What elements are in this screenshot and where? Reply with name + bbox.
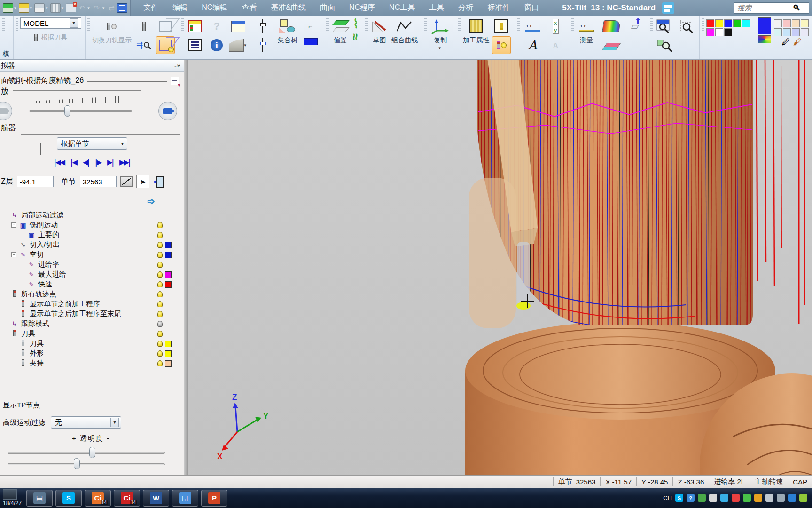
network-tray[interactable] xyxy=(765,494,773,502)
tool-block-icon[interactable] xyxy=(494,19,508,33)
search-box[interactable]: 🔍︎ xyxy=(734,2,809,14)
machine-view-icon[interactable] xyxy=(229,39,244,52)
color-swatch[interactable] xyxy=(165,252,172,258)
tree-row[interactable]: ↳ 跟踪模式 xyxy=(0,319,184,329)
solid-verification-button[interactable] xyxy=(156,36,175,54)
sketch-icon[interactable] xyxy=(371,20,387,33)
panel-splitter[interactable] xyxy=(184,60,188,475)
chart-tray[interactable] xyxy=(743,494,751,502)
menu-item[interactable]: 曲面 xyxy=(314,1,341,15)
report-table-icon[interactable] xyxy=(188,20,202,32)
tree-item-label[interactable]: 最大进给 xyxy=(38,270,66,279)
chevron-down-icon[interactable]: ▾ xyxy=(46,6,48,10)
step-mode-select[interactable]: 根据单节 ▼ xyxy=(57,137,127,150)
input-method-tray[interactable] xyxy=(709,494,717,502)
by-tool-icon[interactable] xyxy=(34,34,38,41)
eraser-icon[interactable] xyxy=(602,43,621,50)
tree-row[interactable]: ↘ 切入/切出 xyxy=(0,240,184,250)
text-annotation-icon[interactable]: A xyxy=(528,39,537,51)
menu-item[interactable]: NC编辑 xyxy=(195,1,234,15)
save-state-icon[interactable] xyxy=(662,2,674,14)
visibility-bulb-icon[interactable] xyxy=(157,232,163,238)
zoom-selected-icon[interactable] xyxy=(656,38,672,52)
pin-icon[interactable]: 📌︎ xyxy=(173,61,183,71)
tree-row[interactable]: ▣ 铣削运动 xyxy=(0,220,184,230)
color-swatch[interactable] xyxy=(706,19,714,27)
machining-attributes-icon[interactable] xyxy=(469,19,483,33)
color-swatch[interactable] xyxy=(165,281,172,288)
goto-start[interactable]: |◀◀ xyxy=(54,158,64,167)
active-color-swatch[interactable] xyxy=(758,17,771,34)
skype-tray[interactable]: S xyxy=(675,494,683,502)
tree-row[interactable]: ↳ 局部运动过滤 xyxy=(0,210,184,220)
tree-row[interactable]: ✎ 进给率 xyxy=(0,260,184,270)
visibility-bulb-icon[interactable] xyxy=(157,281,163,287)
zoom-window-icon[interactable] xyxy=(656,19,672,33)
open-assembly-icon[interactable] xyxy=(19,3,29,13)
green-wave-icon[interactable]: ≈ xyxy=(350,33,362,40)
tree-item-label[interactable]: 主要的 xyxy=(38,230,59,239)
toolpath-zoom-icon[interactable]: ⇶ xyxy=(136,40,143,50)
tree-item-label[interactable]: 外形 xyxy=(30,349,44,358)
window-view-icon[interactable] xyxy=(231,21,245,32)
color-gradient-icon[interactable] xyxy=(758,35,771,43)
powerpoint[interactable]: P xyxy=(201,490,227,507)
tree-row[interactable]: ✎ 最大进给 xyxy=(0,270,184,279)
tree-item-label[interactable]: 显示单节之前加工程序 xyxy=(30,300,100,309)
color-swatch[interactable] xyxy=(724,28,732,36)
help-tray[interactable]: ? xyxy=(687,494,695,502)
zoom-extent-icon[interactable] xyxy=(678,19,694,33)
transparency-minus[interactable]: - xyxy=(107,434,110,442)
tree-row[interactable]: 外形 xyxy=(0,349,184,358)
color-swatch[interactable] xyxy=(165,242,172,248)
color-swatch[interactable] xyxy=(715,28,723,36)
antivirus-tray[interactable] xyxy=(732,494,740,502)
visibility-bulb-icon[interactable] xyxy=(157,311,163,317)
transparency-slider-1[interactable] xyxy=(8,448,165,458)
advanced-motion-filter-select[interactable]: 无 ▼ xyxy=(51,416,121,429)
measure-icon[interactable]: ↔ xyxy=(578,20,595,32)
pale-color-swatch[interactable] xyxy=(792,28,800,36)
chevron-down-icon[interactable]: ▼ xyxy=(70,18,78,28)
pale-color-swatch[interactable] xyxy=(783,28,791,36)
chevron-down-icon[interactable]: ▾ xyxy=(14,6,16,10)
chevron-down-icon[interactable]: ▾ xyxy=(244,43,246,48)
open-model-icon[interactable] xyxy=(3,3,13,13)
menu-item[interactable]: NC工具 xyxy=(383,1,421,15)
model-select[interactable]: MODEL ▼ xyxy=(20,17,81,29)
normal-arrow-icon[interactable]: ▱ xyxy=(631,20,639,32)
tree-item-label[interactable]: 显示单节之后加工程序至末尾 xyxy=(30,310,121,318)
globe-tray[interactable] xyxy=(788,494,796,502)
color-swatch[interactable] xyxy=(165,350,172,357)
desktop-thumbnail-icon[interactable] xyxy=(3,489,17,500)
chevron-down-icon[interactable]: ▾ xyxy=(30,6,32,10)
tree-row[interactable]: ▣ 主要的 xyxy=(0,230,184,240)
exit-simulation-icon[interactable] xyxy=(153,176,164,187)
speed-slider-thumb[interactable] xyxy=(64,105,70,117)
procedure-list-icon[interactable] xyxy=(171,77,179,85)
tree-item-label[interactable]: 跟踪模式 xyxy=(21,319,49,328)
diagonal-line-icon[interactable] xyxy=(120,176,133,187)
goto-end[interactable]: ▶▶| xyxy=(119,158,130,167)
parameter-slider-icon[interactable] xyxy=(258,19,268,33)
tree-item-label[interactable]: 快速 xyxy=(38,280,52,289)
menu-item[interactable]: 分析 xyxy=(452,1,479,15)
prev-procedure[interactable]: |◀ xyxy=(70,158,77,167)
pale-color-swatch[interactable] xyxy=(774,28,782,36)
visibility-bulb-icon[interactable] xyxy=(157,360,163,366)
tree-row[interactable]: 夹持 xyxy=(0,358,184,368)
pale-color-swatch[interactable] xyxy=(801,28,809,36)
color-swatch[interactable] xyxy=(742,19,750,27)
cloud-tray[interactable] xyxy=(720,494,728,502)
speed-slider[interactable] xyxy=(29,110,132,112)
sync-icon[interactable]: ⇄ xyxy=(107,4,116,12)
program-list-icon[interactable] xyxy=(188,39,202,51)
visibility-bulb-icon[interactable] xyxy=(157,291,163,297)
parameter-slider2-icon[interactable] xyxy=(258,38,268,52)
tree-row[interactable]: 显示单节之后加工程序至末尾 xyxy=(0,309,184,319)
show-tp-nodes-label[interactable]: 显示TP节点 xyxy=(3,401,179,410)
menu-item[interactable]: 查看 xyxy=(235,1,263,15)
visibility-bulb-icon[interactable] xyxy=(157,242,163,248)
open-nc-icon[interactable] xyxy=(50,3,61,13)
calculator-table-icon[interactable] xyxy=(117,3,127,13)
